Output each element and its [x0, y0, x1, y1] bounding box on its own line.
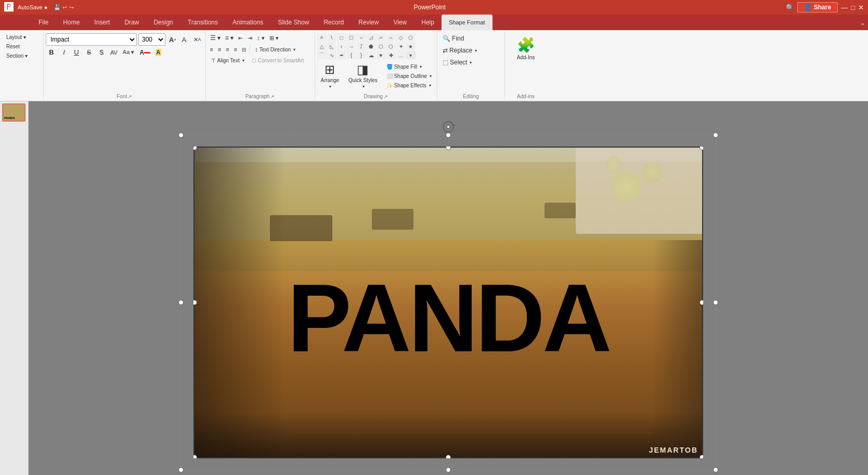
shape-textbox[interactable]: A	[317, 33, 327, 42]
tab-home[interactable]: Home	[56, 15, 87, 30]
tab-view[interactable]: View	[386, 15, 414, 30]
shape-star4[interactable]: ✦	[396, 42, 406, 50]
shape-rounded-rect[interactable]: ▢	[347, 33, 356, 42]
shape-curve[interactable]: ∿	[327, 51, 336, 59]
tab-animations[interactable]: Animations	[225, 15, 270, 30]
rotate-handle[interactable]	[441, 120, 456, 136]
shape-triangle[interactable]: △	[317, 42, 327, 50]
change-case-btn[interactable]: Aa ▾	[121, 48, 137, 57]
handle-outer-tr[interactable]	[713, 133, 718, 138]
text-shadow-btn[interactable]: S	[96, 48, 107, 57]
shape-parallelogram[interactable]: ▱	[377, 33, 386, 42]
panda-text[interactable]: PANDA	[287, 270, 609, 366]
shape-line[interactable]: \	[327, 33, 336, 42]
align-right-btn[interactable]: ≡	[224, 45, 231, 54]
ribbon-collapse-icon[interactable]: ⌃	[860, 22, 866, 30]
select-btn[interactable]: ⬚ Select ▾	[439, 57, 475, 68]
shape-chevron[interactable]: ›	[337, 42, 346, 50]
shape-pentagon2[interactable]: ⬟	[367, 42, 376, 50]
text-direction-btn[interactable]: ↕ Text Direction ▾	[252, 45, 299, 54]
font-expand-icon[interactable]: ↗	[128, 94, 132, 99]
shape-heart[interactable]: ♥	[377, 51, 386, 59]
tab-file[interactable]: File	[31, 15, 56, 30]
layout-btn[interactable]: Layout ▾	[4, 33, 28, 41]
tab-shape-format[interactable]: Shape Format	[442, 15, 493, 30]
font-size-select[interactable]: 300 72 48 36	[138, 33, 165, 46]
handle-outer-bc[interactable]	[446, 467, 451, 472]
shape-arrow-u[interactable]: ⤴	[357, 42, 366, 50]
text-highlight-btn[interactable]: A	[153, 48, 163, 57]
char-spacing-btn[interactable]: AV	[108, 48, 120, 57]
shape-right-angle[interactable]: ◿	[367, 33, 376, 42]
section-btn[interactable]: Section ▾	[4, 52, 30, 60]
font-family-select[interactable]: Impact Arial Calibri	[46, 33, 137, 46]
add-ins-btn[interactable]: 🧩 Add-Ins	[507, 33, 545, 64]
shape-bracket[interactable]: {	[347, 51, 356, 59]
increase-indent-btn[interactable]: ⇥	[245, 34, 254, 43]
handle-outer-br[interactable]	[713, 467, 718, 472]
main-canvas[interactable]: PANDA JEMARTOB	[29, 101, 868, 475]
italic-btn[interactable]: I	[58, 47, 70, 57]
underline-btn[interactable]: U	[71, 47, 82, 57]
shape-brace[interactable]: }	[357, 51, 366, 59]
tab-slideshow[interactable]: Slide Show	[270, 15, 316, 30]
slide-container[interactable]: PANDA JEMARTOB	[193, 147, 703, 458]
quick-styles-btn[interactable]: ◨ Quick Styles ▾	[345, 60, 381, 91]
columns-btn[interactable]: ⊞ ▾	[267, 34, 281, 43]
handle-outer-tl[interactable]	[178, 133, 184, 138]
handle-outer-ml[interactable]	[178, 300, 184, 305]
shape-hexagon[interactable]: ⬡	[377, 42, 386, 50]
columns2-btn[interactable]: ⊟	[240, 46, 248, 54]
shape-cloud[interactable]: ☁	[367, 51, 376, 59]
align-left-btn[interactable]: ≡	[208, 45, 215, 54]
shape-fill-btn[interactable]: 🪣 Shape Fill ▾	[383, 62, 435, 71]
numbered-list-btn[interactable]: ≡ ▾	[223, 33, 236, 43]
bullet-list-btn[interactable]: ☰ ▾	[208, 33, 223, 43]
shapes-expand-btn[interactable]: ▾	[406, 51, 416, 59]
find-btn[interactable]: 🔍 Find	[439, 33, 467, 44]
arrange-btn[interactable]: ⊞ Arrange ▾	[317, 60, 343, 91]
shape-freeform[interactable]: ✒	[337, 51, 346, 59]
shape-cross[interactable]: ✚	[386, 51, 396, 59]
replace-btn[interactable]: ⇄ Replace ▾	[439, 45, 480, 56]
minimize-icon[interactable]: —	[841, 4, 848, 11]
maximize-icon[interactable]: □	[851, 4, 855, 11]
shape-rt-triangle[interactable]: ◺	[327, 42, 336, 50]
tab-design[interactable]: Design	[146, 15, 180, 30]
decrease-font-btn[interactable]: A-	[179, 35, 189, 45]
tab-review[interactable]: Review	[351, 15, 386, 30]
drawing-expand-icon[interactable]: ↗	[384, 94, 388, 99]
shape-rect[interactable]: □	[337, 33, 346, 42]
slide-image[interactable]: PANDA JEMARTOB	[193, 147, 703, 458]
share-button[interactable]: 👤 Share	[797, 2, 838, 12]
shape-effects-btn[interactable]: ✨ Shape Effects ▾	[383, 81, 435, 90]
shape-trapezoid[interactable]: ⏢	[386, 33, 396, 42]
shape-diamond[interactable]: ◇	[396, 33, 406, 42]
shape-outline-btn[interactable]: ⬜ Shape Outline ▾	[383, 72, 435, 81]
shape-arc[interactable]: ⌒	[317, 51, 327, 59]
shape-arrow-r[interactable]: →	[347, 42, 356, 50]
reset-btn[interactable]: Reset	[4, 43, 22, 50]
tab-transitions[interactable]: Transitions	[180, 15, 225, 30]
font-color-btn[interactable]: A	[137, 48, 152, 57]
tab-draw[interactable]: Draw	[117, 15, 146, 30]
line-spacing-btn[interactable]: ↕ ▾	[255, 34, 267, 43]
search-icon[interactable]: 🔍	[786, 4, 794, 11]
tab-help[interactable]: Help	[414, 15, 442, 30]
shape-pentagon[interactable]: ⬠	[406, 33, 416, 42]
handle-outer-bl[interactable]	[178, 467, 184, 472]
bold-btn[interactable]: B	[46, 47, 57, 57]
align-text-btn[interactable]: ⊤ Align Text ▾	[208, 56, 248, 65]
justify-btn[interactable]: ≡	[232, 45, 239, 54]
decrease-indent-btn[interactable]: ⇤	[236, 34, 245, 43]
increase-font-btn[interactable]: A+	[167, 35, 178, 45]
handle-outer-mr[interactable]	[713, 300, 718, 305]
tab-record[interactable]: Record	[316, 15, 351, 30]
shape-more[interactable]: …	[396, 51, 406, 59]
clear-formatting-btn[interactable]: ✕A	[191, 35, 203, 44]
shape-octagon[interactable]: ⬡	[386, 42, 396, 50]
shape-oval[interactable]: ○	[357, 33, 366, 42]
slide-thumbnail-1[interactable]: PANDA	[2, 103, 25, 122]
tab-insert[interactable]: Insert	[87, 15, 117, 30]
close-icon[interactable]: ✕	[858, 4, 864, 11]
